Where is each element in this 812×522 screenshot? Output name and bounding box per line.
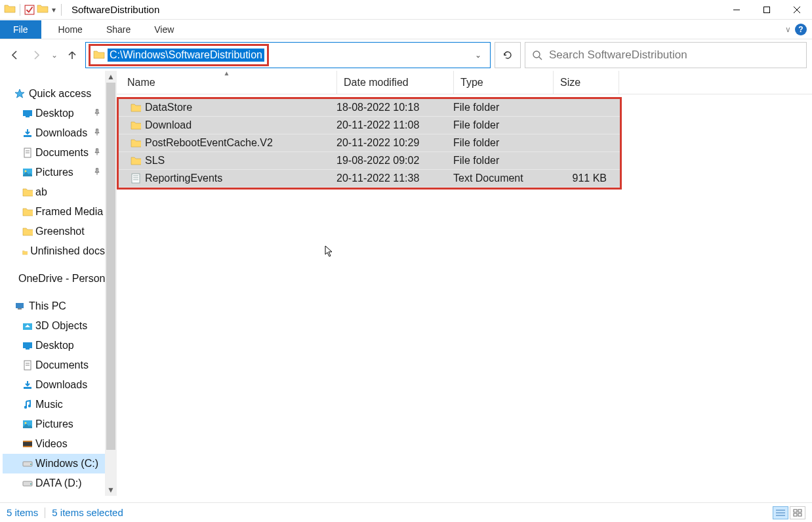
folder-icon xyxy=(131,155,141,166)
tree-pc-item[interactable]: DATA (D:) xyxy=(3,473,105,493)
qat-newfolder-icon[interactable] xyxy=(37,3,49,16)
svg-rect-34 xyxy=(798,510,802,512)
refresh-button[interactable] xyxy=(495,42,521,68)
tree-qa-item[interactable]: Pictures xyxy=(3,163,105,182)
tree-pc-item[interactable]: Documents xyxy=(3,355,105,375)
nav-forward-button[interactable] xyxy=(28,46,46,64)
file-row[interactable]: ReportingEvents 20-11-2022 11:38 Text Do… xyxy=(119,170,620,188)
scroll-up-icon[interactable]: ▲ xyxy=(105,71,117,83)
tree-pc-item[interactable]: Videos xyxy=(3,434,105,454)
tree-qa-item[interactable]: ab xyxy=(3,182,105,202)
view-thumbnails-button[interactable] xyxy=(790,506,805,519)
folder-icon xyxy=(131,138,141,148)
file-date: 20-11-2022 10:29 xyxy=(336,137,453,149)
file-list-area: ▲Name Date modified Type Size DataStore … xyxy=(117,71,812,496)
tree-qa-item[interactable]: Framed Media xyxy=(3,202,105,222)
folder-icon xyxy=(22,226,33,237)
svg-point-28 xyxy=(533,51,540,58)
text-icon xyxy=(131,173,141,184)
address-bar[interactable]: C:\Windows\SoftwareDistribution ⌄ xyxy=(85,42,491,68)
ribbon-expand-icon[interactable]: ∨ xyxy=(785,25,791,34)
file-row[interactable]: SLS 19-08-2022 09:02 File folder xyxy=(119,152,620,170)
col-header-name[interactable]: ▲Name xyxy=(117,71,337,94)
svg-rect-33 xyxy=(794,510,797,512)
videos-icon xyxy=(22,439,33,449)
documents-icon xyxy=(22,148,33,158)
col-header-size[interactable]: Size xyxy=(554,71,619,94)
file-type: Text Document xyxy=(453,172,553,184)
folder-icon xyxy=(131,102,141,113)
folder-icon xyxy=(22,187,33,197)
folder-icon xyxy=(22,207,33,217)
nav-back-button[interactable] xyxy=(5,46,24,64)
desktop-icon xyxy=(22,108,33,119)
tree-qa-item[interactable]: Desktop xyxy=(3,104,105,123)
tree-qa-item[interactable]: Downloads xyxy=(3,123,105,143)
col-header-date[interactable]: Date modified xyxy=(337,71,454,94)
search-box[interactable]: Search SoftwareDistribution xyxy=(525,42,807,68)
search-placeholder: Search SoftwareDistribution xyxy=(549,49,687,62)
col-header-type[interactable]: Type xyxy=(454,71,554,94)
file-name: ReportingEvents xyxy=(145,172,222,184)
address-path-text[interactable]: C:\Windows\SoftwareDistribution xyxy=(108,49,264,62)
mouse-cursor-icon xyxy=(325,245,335,258)
tree-pc-item[interactable]: Downloads xyxy=(3,375,105,395)
search-icon xyxy=(532,50,542,60)
address-dropdown-icon[interactable]: ⌄ xyxy=(469,50,487,60)
file-type: File folder xyxy=(453,137,553,149)
tree-pc-item[interactable]: Music xyxy=(3,395,105,414)
pin-icon xyxy=(93,147,101,159)
file-type: File folder xyxy=(453,102,553,113)
svg-rect-25 xyxy=(764,7,770,12)
downloads-icon xyxy=(22,128,33,138)
tree-pc-item[interactable]: 3D Objects xyxy=(3,316,105,336)
qat-dropdown-icon[interactable]: ▾ xyxy=(51,5,57,14)
star-icon xyxy=(14,89,25,99)
file-type: File folder xyxy=(453,155,553,167)
view-details-button[interactable] xyxy=(773,506,788,519)
window-title: SoftwareDistribution xyxy=(68,4,159,15)
nav-pane: Quick accessDesktopDownloadsDocumentsPic… xyxy=(0,71,117,496)
nav-up-button[interactable] xyxy=(63,46,81,64)
scroll-thumb[interactable] xyxy=(106,83,115,450)
file-name: Download xyxy=(145,119,192,131)
help-button[interactable]: ? xyxy=(795,24,807,35)
file-row[interactable]: DataStore 18-08-2022 10:18 File folder xyxy=(119,99,620,117)
file-name: SLS xyxy=(145,155,165,167)
tree-qa-item[interactable]: Documents xyxy=(3,143,105,163)
file-date: 20-11-2022 11:38 xyxy=(336,172,453,184)
status-item-count: 5 items xyxy=(7,507,38,518)
tree-pc-item[interactable]: Windows (C:) xyxy=(3,454,105,473)
maximize-button[interactable] xyxy=(752,0,782,20)
scroll-down-icon[interactable]: ▼ xyxy=(105,484,117,496)
tree-qa-item[interactable]: Greenshot xyxy=(3,222,105,241)
tree-quick-access[interactable]: Quick access xyxy=(3,84,105,104)
ribbon: File Home Share View ∨ ? xyxy=(0,20,812,39)
file-size: 911 KB xyxy=(553,172,611,184)
ribbon-tab-view[interactable]: View xyxy=(142,20,186,39)
qat-properties-icon[interactable] xyxy=(24,5,35,15)
tree-qa-item[interactable]: Unfinished docs xyxy=(3,241,105,261)
svg-rect-36 xyxy=(798,513,802,516)
tree-thispc[interactable]: This PC xyxy=(3,296,105,316)
file-rows-selection: DataStore 18-08-2022 10:18 File folder D… xyxy=(117,97,622,190)
3d-icon xyxy=(22,321,33,331)
drive-icon xyxy=(22,478,33,489)
file-name: PostRebootEventCache.V2 xyxy=(145,137,273,149)
ribbon-tab-home[interactable]: Home xyxy=(47,20,94,39)
tree-pc-item[interactable]: Pictures xyxy=(3,414,105,434)
file-date: 20-11-2022 11:08 xyxy=(336,119,453,131)
file-row[interactable]: Download 20-11-2022 11:08 File folder xyxy=(119,117,620,134)
file-row[interactable]: PostRebootEventCache.V2 20-11-2022 10:29… xyxy=(119,134,620,152)
nav-history-dropdown[interactable]: ⌄ xyxy=(50,46,59,64)
close-button[interactable] xyxy=(782,0,812,20)
svg-line-29 xyxy=(539,57,542,60)
tree-pc-item[interactable]: Desktop xyxy=(3,336,105,355)
pin-icon xyxy=(93,167,101,178)
tree-onedrive[interactable]: OneDrive - Personal xyxy=(3,269,105,289)
ribbon-tab-share[interactable]: Share xyxy=(94,20,142,39)
address-highlight: C:\Windows\SoftwareDistribution xyxy=(89,44,269,66)
nav-scrollbar[interactable]: ▲ ▼ xyxy=(105,71,117,496)
ribbon-tab-file[interactable]: File xyxy=(0,20,41,39)
minimize-button[interactable] xyxy=(721,0,752,20)
